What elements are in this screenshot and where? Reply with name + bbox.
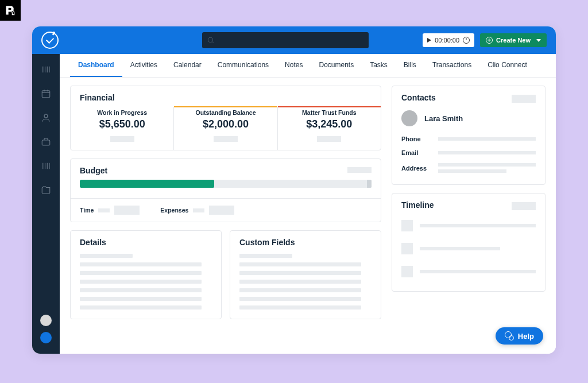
details-title: Details xyxy=(71,231,221,252)
financial-matter-trust-funds[interactable]: Matter Trust Funds $3,245.00 xyxy=(277,107,381,150)
custom-fields-card: Custom Fields xyxy=(230,230,381,319)
budget-progress-bar xyxy=(80,180,372,188)
create-new-button[interactable]: Create New xyxy=(480,33,547,47)
contact-name: Lara Smith xyxy=(424,114,463,123)
play-icon xyxy=(427,38,431,42)
app-logo-icon[interactable] xyxy=(41,32,59,49)
contact-email: Email xyxy=(392,146,545,160)
timeline-item[interactable] xyxy=(392,237,545,260)
svg-point-2 xyxy=(44,114,48,118)
budget-title: Budget xyxy=(71,159,117,180)
sidebar-item-dashboard[interactable] xyxy=(41,64,51,75)
details-card: Details xyxy=(70,230,222,319)
svg-rect-3 xyxy=(42,140,50,145)
plus-icon xyxy=(486,37,493,44)
tab-activities[interactable]: Activities xyxy=(122,54,165,77)
watermark-logo xyxy=(0,0,21,21)
sidebar-dot-2[interactable] xyxy=(40,332,52,343)
topbar: 00:00:00 Create New xyxy=(32,26,556,54)
contacts-card: Contacts Lara Smith Phone Email Address xyxy=(392,86,546,185)
sidebar-item-calendar[interactable] xyxy=(41,88,51,99)
tab-clio-connect[interactable]: Clio Connect xyxy=(479,54,535,77)
timeline-item[interactable] xyxy=(392,260,545,283)
svg-rect-1 xyxy=(42,91,50,98)
tab-documents[interactable]: Documents xyxy=(311,54,362,77)
sidebar-item-documents[interactable] xyxy=(41,185,51,195)
contact-primary[interactable]: Lara Smith xyxy=(392,107,545,132)
budget-time: Time xyxy=(80,206,140,215)
financial-title: Financial xyxy=(71,86,381,107)
sidebar-item-activities[interactable] xyxy=(41,161,51,171)
help-icon xyxy=(505,331,514,341)
sidebar xyxy=(32,54,60,354)
sidebar-footer xyxy=(40,315,52,343)
search-input[interactable] xyxy=(202,32,369,48)
app-window: 00:00:00 Create New Dashboa xyxy=(32,26,556,354)
create-new-label: Create New xyxy=(496,37,531,44)
timeline-item[interactable] xyxy=(392,214,545,237)
sidebar-dot-1[interactable] xyxy=(40,315,52,326)
help-button[interactable]: Help xyxy=(496,327,543,345)
tab-transactions[interactable]: Transactions xyxy=(424,54,479,77)
search-icon xyxy=(207,36,215,44)
tab-bar: Dashboard Activities Calendar Communicat… xyxy=(60,54,556,78)
sidebar-item-matters[interactable] xyxy=(41,137,51,147)
chevron-down-icon xyxy=(536,39,541,42)
custom-fields-title: Custom Fields xyxy=(230,231,381,252)
tab-dashboard[interactable]: Dashboard xyxy=(70,54,122,77)
timeline-card: Timeline xyxy=(392,193,546,292)
timeline-title: Timeline xyxy=(392,194,443,214)
tab-notes[interactable]: Notes xyxy=(277,54,311,77)
financial-card: Financial Work in Progress $5,650.00 Out… xyxy=(70,86,381,150)
tab-communications[interactable]: Communications xyxy=(210,54,277,77)
budget-progress-fill xyxy=(80,180,214,188)
contact-phone: Phone xyxy=(392,132,545,146)
svg-point-0 xyxy=(208,37,212,42)
budget-card: Budget Time Expenses xyxy=(70,158,381,222)
timer-value: 00:00:00 xyxy=(435,37,459,44)
tab-bills[interactable]: Bills xyxy=(396,54,424,77)
tab-calendar[interactable]: Calendar xyxy=(165,54,210,77)
contact-address: Address xyxy=(392,160,545,176)
budget-expenses: Expenses xyxy=(160,206,234,215)
financial-outstanding-balance[interactable]: Outstanding Balance $2,000.00 xyxy=(173,107,277,150)
clock-icon xyxy=(463,37,470,44)
help-label: Help xyxy=(518,332,534,341)
sidebar-item-contacts[interactable] xyxy=(41,113,51,123)
timer-widget[interactable]: 00:00:00 xyxy=(423,33,474,47)
financial-work-in-progress[interactable]: Work in Progress $5,650.00 xyxy=(71,107,173,150)
avatar xyxy=(401,110,417,126)
contacts-title: Contacts xyxy=(392,86,445,107)
tab-tasks[interactable]: Tasks xyxy=(362,54,396,77)
